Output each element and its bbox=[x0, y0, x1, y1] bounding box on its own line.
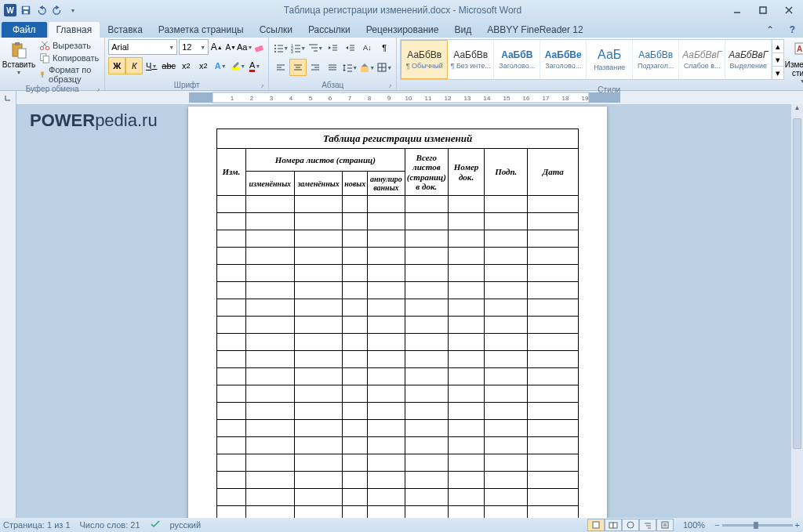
superscript-icon[interactable]: x2 bbox=[194, 57, 212, 74]
style-normal[interactable]: АаБбВв¶ Обычный bbox=[401, 40, 448, 79]
underline-icon[interactable]: Ч▼ bbox=[143, 57, 160, 74]
grow-font-icon[interactable]: A▲ bbox=[210, 40, 223, 54]
style-heading2[interactable]: АаБбВеЗаголово... bbox=[540, 40, 587, 79]
zoom-slider[interactable] bbox=[722, 524, 793, 527]
style-nospacing[interactable]: АаБбВв¶ Без инте... bbox=[448, 40, 494, 79]
gallery-down-icon[interactable]: ▾ bbox=[772, 52, 783, 66]
scroll-up-icon[interactable]: ▲ bbox=[791, 104, 803, 116]
change-styles-button[interactable]: A Изменить стили▼ bbox=[787, 39, 803, 85]
svg-text:15: 15 bbox=[503, 95, 511, 102]
bullets-icon[interactable]: ▼ bbox=[272, 39, 289, 56]
page[interactable]: Таблица регистрации изменений Изм. Номер… bbox=[188, 107, 607, 518]
maximize-icon[interactable] bbox=[751, 3, 775, 17]
styles-gallery[interactable]: АаБбВв¶ Обычный АаБбВв¶ Без инте... АаБб… bbox=[400, 39, 784, 80]
style-subtle[interactable]: АаБбВвГСлабое в... bbox=[679, 40, 725, 79]
help-icon[interactable]: ? bbox=[782, 22, 803, 38]
app-icon[interactable]: W bbox=[3, 3, 17, 17]
view-draft-icon[interactable] bbox=[656, 519, 674, 531]
qat-customize-icon[interactable]: ▼ bbox=[66, 3, 80, 17]
style-emphasis[interactable]: АаБбВвГВыделение bbox=[725, 40, 772, 79]
shading-icon[interactable]: ▼ bbox=[358, 59, 376, 76]
align-right-icon[interactable] bbox=[307, 59, 324, 76]
align-center-icon[interactable] bbox=[289, 59, 307, 76]
view-web-icon[interactable] bbox=[622, 519, 639, 531]
text-effects-icon[interactable]: A▼ bbox=[212, 57, 229, 74]
justify-icon[interactable] bbox=[324, 59, 341, 76]
copy-button[interactable]: Копировать bbox=[37, 52, 101, 64]
paste-button[interactable]: Вставить ▼ bbox=[3, 39, 35, 77]
show-marks-icon[interactable]: ¶ bbox=[376, 39, 393, 56]
svg-point-10 bbox=[40, 46, 43, 49]
change-case-icon[interactable]: Aa▼ bbox=[238, 40, 251, 54]
decrease-indent-icon[interactable] bbox=[324, 39, 341, 56]
cut-button[interactable]: Вырезать bbox=[37, 39, 101, 52]
registration-table[interactable]: Таблица регистрации изменений Изм. Номер… bbox=[216, 128, 579, 518]
gallery-up-icon[interactable]: ▴ bbox=[772, 40, 783, 52]
tab-file[interactable]: Файл bbox=[2, 22, 47, 38]
style-title[interactable]: АаБНазвание bbox=[587, 40, 633, 79]
zoom-in-icon[interactable]: + bbox=[795, 520, 800, 530]
format-painter-button[interactable]: Формат по образцу bbox=[37, 64, 101, 85]
tab-home[interactable]: Главная bbox=[49, 22, 100, 38]
svg-text:16: 16 bbox=[523, 95, 530, 102]
redo-icon[interactable] bbox=[50, 3, 64, 17]
zoom-value[interactable]: 100% bbox=[683, 520, 705, 530]
subscript-icon[interactable]: x2 bbox=[177, 57, 194, 74]
zoom-out-icon[interactable]: − bbox=[714, 520, 719, 530]
document-area: POWERpedia.ru Таблица регистрации измене… bbox=[0, 104, 803, 518]
align-left-icon[interactable] bbox=[272, 59, 289, 76]
spell-check-icon[interactable] bbox=[150, 519, 161, 530]
svg-rect-18 bbox=[255, 45, 263, 52]
shrink-font-icon[interactable]: A▼ bbox=[224, 40, 237, 54]
svg-text:8: 8 bbox=[368, 95, 372, 102]
table-row bbox=[217, 334, 579, 351]
minimize-icon[interactable] bbox=[725, 3, 749, 17]
italic-icon[interactable]: К bbox=[125, 57, 143, 74]
strike-icon[interactable]: abc bbox=[160, 57, 177, 74]
view-outline-icon[interactable] bbox=[639, 519, 656, 531]
status-lang[interactable]: русский bbox=[170, 520, 201, 530]
view-print-icon[interactable] bbox=[587, 519, 605, 531]
line-spacing-icon[interactable]: ▼ bbox=[341, 59, 358, 76]
status-words[interactable]: Число слов: 21 bbox=[80, 520, 140, 530]
gallery-more-icon[interactable]: ▾ bbox=[772, 66, 783, 79]
numbering-icon[interactable]: 123▼ bbox=[289, 39, 307, 56]
style-subtitle[interactable]: АаБбВвПодзагол... bbox=[633, 40, 679, 79]
svg-point-24 bbox=[274, 51, 276, 52]
view-read-icon[interactable] bbox=[605, 519, 622, 531]
tab-review[interactable]: Рецензирование bbox=[358, 22, 447, 38]
close-icon[interactable] bbox=[777, 3, 801, 17]
status-page[interactable]: Страница: 1 из 1 bbox=[3, 520, 71, 530]
multilevel-icon[interactable]: ▼ bbox=[307, 39, 324, 56]
ribbon-minimize-icon[interactable]: ⌃ bbox=[758, 22, 782, 38]
tab-abbyy[interactable]: ABBYY FineReader 12 bbox=[479, 22, 591, 38]
highlight-icon[interactable]: ▼ bbox=[229, 57, 246, 74]
horizontal-ruler[interactable]: 1234 5678 9101112 13141516 171819 bbox=[16, 91, 803, 104]
watermark: POWERpedia.ru bbox=[30, 110, 158, 131]
borders-icon[interactable]: ▼ bbox=[376, 59, 393, 76]
font-name-select[interactable]: Arial▼ bbox=[108, 39, 177, 55]
sort-icon[interactable]: А↓ bbox=[358, 39, 376, 56]
svg-rect-8 bbox=[15, 42, 20, 45]
group-label: Абзац bbox=[272, 81, 393, 90]
tab-mail[interactable]: Рассылки bbox=[300, 22, 358, 38]
svg-rect-2 bbox=[24, 11, 27, 14]
style-heading1[interactable]: АаБбВЗаголово... bbox=[494, 40, 540, 79]
tab-view[interactable]: Вид bbox=[446, 22, 479, 38]
tab-refs[interactable]: Ссылки bbox=[252, 22, 300, 38]
undo-icon[interactable] bbox=[35, 3, 49, 17]
vertical-scrollbar[interactable]: ▲ bbox=[790, 104, 803, 518]
increase-indent-icon[interactable] bbox=[341, 39, 358, 56]
svg-text:11: 11 bbox=[425, 95, 432, 102]
svg-point-11 bbox=[45, 46, 49, 49]
save-icon[interactable] bbox=[19, 3, 33, 17]
tab-insert[interactable]: Вставка bbox=[100, 22, 151, 38]
clear-format-icon[interactable] bbox=[253, 40, 265, 54]
bold-icon[interactable]: Ж bbox=[108, 57, 125, 74]
vertical-ruler[interactable] bbox=[0, 104, 16, 518]
ribbon-tabs: Файл Главная Вставка Разметка страницы С… bbox=[0, 20, 803, 38]
tab-layout[interactable]: Разметка страницы bbox=[151, 22, 252, 38]
scrollbar-thumb[interactable] bbox=[793, 118, 801, 449]
font-size-select[interactable]: 12▼ bbox=[179, 39, 209, 55]
font-color-icon[interactable]: A▼ bbox=[246, 57, 263, 74]
